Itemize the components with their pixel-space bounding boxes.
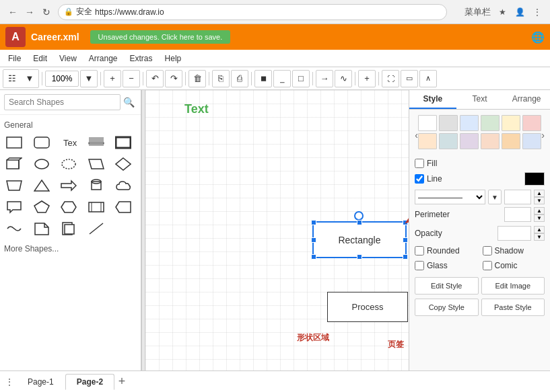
menu-file[interactable]: File (3, 52, 26, 65)
tab-arrange[interactable]: Arrange (503, 90, 550, 109)
shape-arrow-right[interactable] (57, 175, 80, 196)
process-rectangle[interactable]: Process (327, 292, 408, 322)
fit-button[interactable]: ▭ (401, 70, 418, 87)
perimeter-pt-down[interactable]: ▼ (534, 214, 545, 222)
menu-arrange[interactable]: Arrange (83, 52, 123, 65)
edit-style-button[interactable]: Edit Style (415, 277, 479, 295)
swatch-blue-light[interactable] (460, 115, 479, 131)
shape-page[interactable] (57, 219, 80, 239)
line-pt-up[interactable]: ▲ (534, 190, 545, 197)
zoom-out-button[interactable]: − (123, 70, 140, 87)
collapse-button[interactable]: ∧ (419, 70, 437, 87)
shape-rect[interactable] (3, 132, 26, 153)
handle-bc[interactable] (357, 254, 362, 260)
fill-color-button[interactable]: ◼ (254, 70, 272, 87)
refresh-button[interactable]: ↻ (39, 5, 54, 19)
paste-button[interactable]: ⎙ (231, 70, 248, 87)
undo-button[interactable]: ↶ (146, 70, 164, 87)
shadow-checkbox[interactable] (483, 246, 492, 256)
search-icon-button[interactable]: 🔍 (121, 94, 137, 110)
shape-parallelogram[interactable] (85, 154, 108, 174)
line-pt-input[interactable]: 1 pt (504, 190, 531, 204)
selected-rectangle[interactable]: Rectangle (312, 221, 407, 258)
perimeter-pt-up[interactable]: ▲ (534, 207, 545, 214)
more-shapes-link[interactable]: More Shapes... (3, 241, 138, 256)
comic-checkbox[interactable] (483, 261, 492, 270)
shape-thick-rect[interactable] (112, 132, 135, 153)
perimeter-pt-input[interactable]: 0 pt (504, 207, 531, 222)
shape-heading[interactable] (85, 132, 108, 153)
glass-checkbox[interactable] (415, 261, 424, 270)
menu-help[interactable]: Help (160, 52, 187, 65)
line-style-dropdown[interactable]: ▼ (488, 190, 502, 204)
canvas-text-element[interactable]: Text (184, 102, 209, 116)
page-tab-1[interactable]: Page-1 (16, 374, 65, 390)
swatch-white[interactable] (418, 115, 437, 131)
swatch-teal-light[interactable] (439, 133, 458, 149)
line-style-select[interactable]: —————— - - - - - · · · · · (415, 190, 485, 204)
swatch-red-light[interactable] (522, 115, 541, 131)
opacity-up[interactable]: ▲ (534, 226, 545, 233)
forward-button[interactable]: → (22, 5, 37, 19)
shape-wave[interactable] (3, 219, 26, 239)
shape-pentagon[interactable] (30, 197, 53, 217)
tab-style[interactable]: Style (409, 90, 456, 109)
swatch-purple-light[interactable] (460, 133, 479, 149)
shape-diamond[interactable] (112, 154, 135, 174)
shape-document[interactable] (30, 219, 53, 239)
shape-ellipse[interactable] (30, 154, 53, 174)
tab-text[interactable]: Text (456, 90, 504, 109)
curve-button[interactable]: ∿ (335, 70, 352, 87)
back-button[interactable]: ← (5, 5, 20, 19)
handle-tl[interactable] (311, 220, 316, 225)
shape-process[interactable] (85, 197, 108, 217)
arrow-button[interactable]: → (316, 70, 333, 87)
profile-button[interactable]: 👤 (512, 5, 527, 19)
save-notification[interactable]: Unsaved changes. Click here to save. (90, 30, 231, 44)
fullscreen-button[interactable]: ⛶ (382, 70, 399, 87)
bookmark-button[interactable]: ★ (495, 5, 510, 19)
rotate-handle[interactable] (354, 211, 364, 221)
shape-ellipse-outline[interactable] (57, 154, 80, 174)
fill-checkbox[interactable] (415, 159, 424, 168)
shape-triangle[interactable] (30, 175, 53, 196)
swatch-gray[interactable] (439, 115, 458, 131)
page-tab-2[interactable]: Page-2 (65, 374, 114, 390)
shape-cylinder[interactable] (85, 175, 108, 196)
address-bar[interactable]: 🔒 安全 https://www.draw.io (58, 4, 447, 20)
shape-3d-rect[interactable] (3, 154, 26, 174)
swatch-amber[interactable] (502, 133, 520, 149)
swatch-blue-medium[interactable] (522, 133, 541, 149)
grid-view-button[interactable]: ☷ (3, 70, 21, 87)
handle-mr[interactable] (403, 237, 408, 243)
swatch-orange-light[interactable] (418, 133, 437, 149)
paste-style-button[interactable]: Paste Style (481, 299, 545, 316)
shape-hexagon[interactable] (57, 197, 80, 217)
menu-extras[interactable]: Extras (125, 52, 158, 65)
swatch-peach[interactable] (481, 133, 500, 149)
line-color-button[interactable]: ⎯ (273, 70, 291, 87)
menu-edit[interactable]: Edit (28, 52, 53, 65)
line-pt-down[interactable]: ▼ (534, 197, 545, 204)
menu-view[interactable]: View (54, 52, 82, 65)
page-menu-button[interactable]: ⋮ (3, 375, 16, 389)
copy-button[interactable]: ⎘ (212, 70, 230, 87)
edit-image-button[interactable]: Edit Image (481, 277, 545, 295)
handle-tc[interactable] (357, 220, 362, 225)
view-dropdown-button[interactable]: ▼ (21, 70, 38, 87)
shape-text[interactable]: Text (57, 132, 80, 153)
swatch-yellow[interactable] (502, 115, 520, 131)
shape-trapezoid[interactable] (3, 175, 26, 196)
canvas-area[interactable]: Text Rectangle Process (145, 90, 409, 370)
zoom-dropdown-button[interactable]: ▼ (80, 70, 98, 87)
globe-icon[interactable]: 🌐 (531, 31, 545, 44)
delete-button[interactable]: 🗑 (188, 70, 206, 87)
zoom-in-button[interactable]: + (104, 70, 121, 87)
swatches-next-button[interactable]: › (541, 127, 545, 143)
handle-ml[interactable] (311, 237, 316, 243)
redo-button[interactable]: ↷ (165, 70, 182, 87)
swatch-green-light[interactable] (481, 115, 500, 131)
search-input[interactable] (4, 94, 121, 110)
rounded-checkbox[interactable] (415, 246, 424, 256)
opacity-down[interactable]: ▼ (534, 233, 545, 241)
